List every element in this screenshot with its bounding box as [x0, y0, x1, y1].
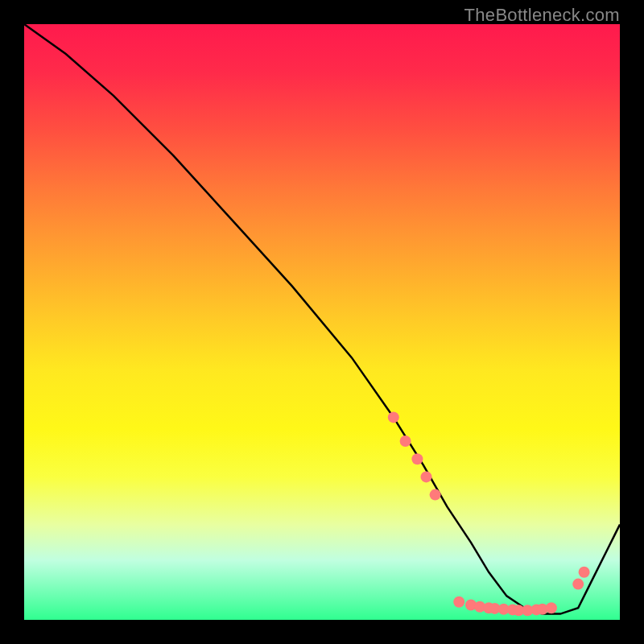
plot-area — [24, 24, 620, 620]
data-marker — [388, 411, 399, 423]
chart-svg — [24, 24, 620, 620]
chart-container: TheBottleneck.com — [0, 0, 644, 644]
data-marker — [579, 567, 590, 578]
data-marker — [411, 453, 423, 464]
data-marker — [572, 579, 584, 590]
data-marker — [453, 597, 464, 608]
bottleneck-curve — [24, 24, 620, 614]
data-marker — [421, 471, 432, 482]
data-markers — [388, 411, 590, 616]
data-marker — [430, 489, 441, 501]
data-marker — [546, 602, 557, 613]
watermark-text: TheBottleneck.com — [464, 5, 620, 26]
data-marker — [400, 436, 411, 447]
